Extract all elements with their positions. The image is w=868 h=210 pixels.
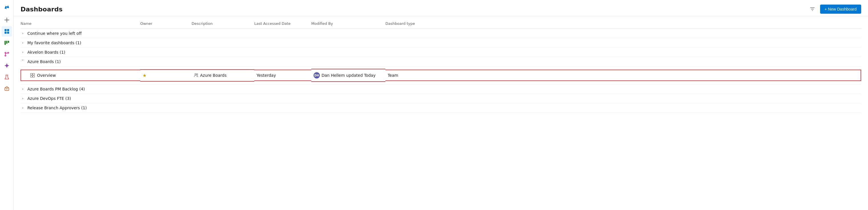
group-name-favorites: › My favorite dashboards (1) [21,40,140,45]
new-dashboard-button[interactable]: + New Dashboard [820,5,861,14]
svg-point-8 [8,52,9,53]
chevron-icon-fte: › [21,96,25,100]
item-description-overview: Azure Boards [191,69,254,82]
chevron-icon-pm-backlog: › [21,87,25,91]
artifacts-nav-icon[interactable] [2,83,12,94]
svg-point-9 [5,55,6,56]
boards-nav-icon[interactable] [2,38,12,48]
sidebar [0,0,14,210]
group-name-azure-boards: › Azure Boards (1) [21,59,140,64]
page-title: Dashboards [21,6,808,13]
col-dashboard-type: Dashboard type [385,21,861,26]
avatar-dan-hellem: DH [314,72,320,79]
group-row-favorites[interactable]: › My favorite dashboards (1) [21,38,861,48]
chevron-icon-akvelon: › [21,50,25,54]
svg-rect-5 [6,41,7,44]
group-row-release[interactable]: › Release Branch Approvers (1) [21,103,861,113]
svg-rect-0 [5,29,6,31]
group-row-fte[interactable]: › Azure DevOps FTE (3) [21,94,861,103]
item-name-overview: Overview [21,70,140,81]
table-header: Name Owner Description Last Accessed Dat… [21,19,861,29]
svg-rect-1 [7,29,9,31]
dashboard-item-overview[interactable]: Overview ★ Azure Boards [21,66,861,85]
svg-rect-6 [8,41,9,43]
group-row-continue[interactable]: › Continue where you left off [21,29,861,38]
chevron-icon-release: › [21,106,25,110]
col-description: Description [191,21,254,26]
repos-nav-icon[interactable] [2,49,12,59]
chevron-icon-azure-boards: › [21,59,25,64]
col-owner: Owner [140,21,191,26]
test-nav-icon[interactable] [2,72,12,82]
group-name-continue: › Continue where you left off [21,31,140,36]
modified-by-text-overview: Dan Hellem updated Today [321,73,375,78]
svg-rect-14 [31,76,32,77]
svg-rect-2 [5,32,6,34]
main-content: Dashboards + New Dashboard Name Owner De… [14,0,868,210]
dashboards-nav-icon[interactable] [2,26,12,36]
group-name-pm-backlog: › Azure Boards PM Backlog (4) [21,87,140,91]
group-name-akvelon: › Akvelon Boards (1) [21,50,140,55]
avatar-initials: DH [314,72,320,79]
item-last-accessed-overview: Yesterday [254,70,311,81]
svg-rect-3 [7,32,9,34]
col-last-accessed: Last Accessed Date [254,21,311,26]
chevron-icon-favorites: › [21,41,25,45]
star-icon-overview: ★ [143,73,147,78]
pipelines-nav-icon[interactable] [2,60,12,71]
col-modified-by: Modified By [311,21,385,26]
group-name-fte: › Azure DevOps FTE (3) [21,96,140,101]
header-actions: + New Dashboard [808,5,861,14]
azure-devops-icon[interactable] [2,2,12,12]
group-row-azure-boards[interactable]: › Azure Boards (1) [21,57,861,66]
content-area: Name Owner Description Last Accessed Dat… [14,16,868,210]
group-row-pm-backlog[interactable]: › Azure Boards PM Backlog (4) [21,85,861,94]
svg-rect-4 [5,41,6,45]
add-icon[interactable] [2,15,12,25]
item-modified-by-overview: DH Dan Hellem updated Today [311,69,385,82]
item-dashboard-type-overview: Team [385,70,861,81]
group-name-release: › Release Branch Approvers (1) [21,106,140,110]
chevron-icon-continue: › [21,31,25,35]
svg-point-16 [195,73,196,75]
filter-button[interactable] [808,5,817,13]
group-row-akvelon[interactable]: › Akvelon Boards (1) [21,48,861,57]
col-name: Name [21,21,140,26]
item-label-overview: Overview [37,73,56,78]
people-icon-overview [194,73,198,78]
svg-rect-12 [31,73,32,75]
grid-icon [30,73,35,78]
svg-rect-13 [33,73,34,75]
header: Dashboards + New Dashboard [14,0,868,16]
item-owner-label-overview: Azure Boards [200,73,227,78]
svg-rect-15 [33,76,34,77]
svg-point-17 [197,73,198,75]
item-owner-overview: ★ [140,69,191,82]
